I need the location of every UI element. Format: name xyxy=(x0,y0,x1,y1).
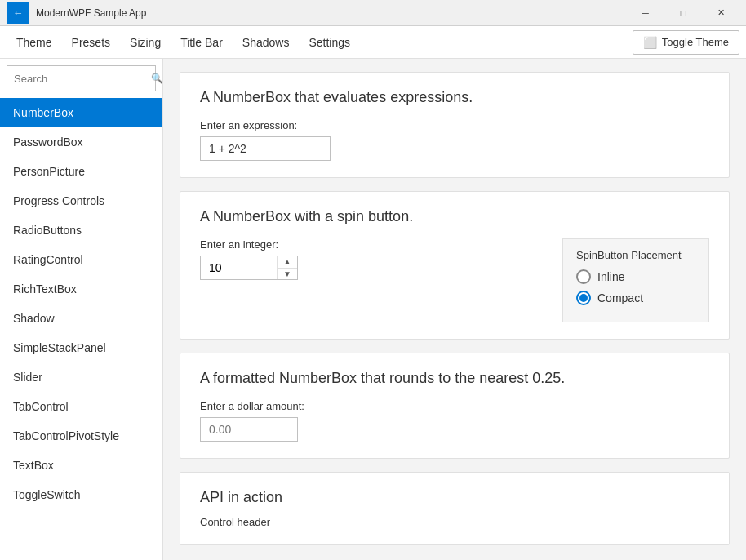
sidebar-item-ratingcontrol[interactable]: RatingControl xyxy=(0,245,162,274)
spin-up-button[interactable]: ▲ xyxy=(278,256,297,268)
sidebar: 🔍 NumberBoxPasswordBoxPersonPictureProgr… xyxy=(0,59,163,560)
back-button[interactable]: ← xyxy=(7,2,29,24)
minimize-button[interactable]: ─ xyxy=(627,0,664,26)
close-button[interactable]: ✕ xyxy=(702,0,739,26)
radio-compact[interactable]: Compact xyxy=(576,291,695,305)
spin-section-inner: Enter an integer: ▲ ▼ SpinButton Placeme… xyxy=(200,238,709,322)
main-layout: 🔍 NumberBoxPasswordBoxPersonPictureProgr… xyxy=(0,59,746,560)
content-area: A NumberBox that evaluates expressions. … xyxy=(163,59,746,560)
radio-compact-circle xyxy=(576,291,591,305)
expression-title: A NumberBox that evaluates expressions. xyxy=(200,89,709,106)
sidebar-item-tabcontrol[interactable]: TabControl xyxy=(0,392,162,421)
close-icon: ✕ xyxy=(717,7,725,18)
dollar-input[interactable] xyxy=(200,417,298,442)
sidebar-item-toggleswitch[interactable]: ToggleSwitch xyxy=(0,480,162,509)
spin-input[interactable] xyxy=(201,256,277,279)
api-card: API in action Control header xyxy=(180,472,730,545)
formatted-title: A formatted NumberBox that rounds to the… xyxy=(200,370,709,387)
formatted-label: Enter a dollar amount: xyxy=(200,400,709,412)
menu-item-shadows[interactable]: Shadows xyxy=(233,26,300,59)
expression-input[interactable] xyxy=(200,136,331,161)
spinbutton-placement-panel: SpinButton Placement Inline Compact xyxy=(562,238,709,322)
sidebar-item-personpicture[interactable]: PersonPicture xyxy=(0,157,162,186)
spinbutton-card: A NumberBox with a spin button. Enter an… xyxy=(180,191,730,340)
search-icon: 🔍 xyxy=(151,73,163,84)
radio-inline-circle xyxy=(576,269,591,284)
menu-item-settings[interactable]: Settings xyxy=(299,26,360,59)
spinbutton-placement-title: SpinButton Placement xyxy=(576,249,695,261)
menu-item-presets[interactable]: Presets xyxy=(62,26,120,59)
maximize-button[interactable]: □ xyxy=(664,0,702,26)
sidebar-item-simplestackpanel[interactable]: SimpleStackPanel xyxy=(0,333,162,362)
menu-item-titlebar[interactable]: Title Bar xyxy=(171,26,233,59)
sidebar-item-progresscontrols[interactable]: Progress Controls xyxy=(0,186,162,216)
toggle-theme-label: Toggle Theme xyxy=(662,36,729,48)
sidebar-item-tabcontrolpivotstyle[interactable]: TabControlPivotStyle xyxy=(0,421,162,451)
menu-item-sizing[interactable]: Sizing xyxy=(120,26,171,59)
expression-card: A NumberBox that evaluates expressions. … xyxy=(180,72,730,178)
sidebar-item-richtextbox[interactable]: RichTextBox xyxy=(0,274,162,304)
api-title: API in action xyxy=(200,489,709,506)
spin-field: Enter an integer: ▲ ▼ xyxy=(200,238,298,280)
title-bar: ← ModernWPF Sample App ─ □ ✕ xyxy=(0,0,746,26)
control-header-label: Control header xyxy=(200,516,709,528)
radio-compact-label: Compact xyxy=(597,291,643,304)
sidebar-item-numberbox[interactable]: NumberBox xyxy=(0,98,162,127)
spin-down-button[interactable]: ▼ xyxy=(278,268,297,280)
sidebar-item-radiobuttons[interactable]: RadioButtons xyxy=(0,216,162,245)
search-box[interactable]: 🔍 xyxy=(7,65,156,91)
toggle-theme-button[interactable]: ⬜ Toggle Theme xyxy=(633,30,739,55)
sidebar-item-shadow[interactable]: Shadow xyxy=(0,304,162,333)
window-controls: ─ □ ✕ xyxy=(627,0,739,26)
radio-inline-label: Inline xyxy=(597,270,624,283)
radio-inline[interactable]: Inline xyxy=(576,269,695,284)
expression-label: Enter an expression: xyxy=(200,119,709,131)
spin-label: Enter an integer: xyxy=(200,238,298,251)
spin-container: ▲ ▼ xyxy=(200,256,298,280)
app-title: ModernWPF Sample App xyxy=(36,7,627,19)
formatted-card: A formatted NumberBox that rounds to the… xyxy=(180,353,730,459)
sidebar-item-passwordbox[interactable]: PasswordBox xyxy=(0,127,162,157)
theme-icon: ⬜ xyxy=(643,36,657,49)
sidebar-item-slider[interactable]: Slider xyxy=(0,362,162,392)
menu-bar: Theme Presets Sizing Title Bar Shadows S… xyxy=(0,26,746,59)
menu-item-theme[interactable]: Theme xyxy=(7,26,62,59)
spin-buttons: ▲ ▼ xyxy=(277,256,297,279)
back-icon: ← xyxy=(13,7,24,19)
maximize-icon: □ xyxy=(681,8,686,18)
sidebar-list: NumberBoxPasswordBoxPersonPictureProgres… xyxy=(0,98,162,560)
minimize-icon: ─ xyxy=(642,8,649,18)
search-input[interactable] xyxy=(14,73,151,85)
sidebar-item-textbox[interactable]: TextBox xyxy=(0,451,162,480)
spinbutton-title: A NumberBox with a spin button. xyxy=(200,208,709,225)
